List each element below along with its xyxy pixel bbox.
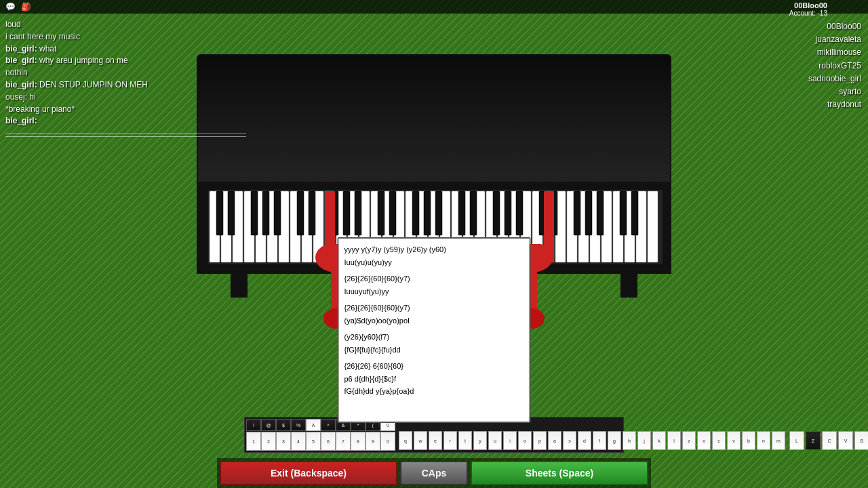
account-info: 00Bloo00 Account: -13 [789, 1, 827, 17]
svg-rect-43 [262, 191, 269, 235]
key-c[interactable]: c [712, 431, 726, 450]
key-b[interactable]: b [742, 431, 755, 450]
bottom-buttons: Exit (Backspace) CAps Sheets (Space) [217, 458, 651, 488]
account-username: 00Bloo00 [789, 1, 827, 9]
sheet-line-4: Iuuuyuf(yu)yy [344, 286, 524, 298]
player-7: traydonut [808, 98, 861, 111]
svg-rect-63 [585, 191, 592, 235]
key-u[interactable]: u [488, 431, 502, 450]
caps-button[interactable]: CAps [400, 461, 468, 485]
key-wrapper-7: & 7 [336, 419, 351, 451]
middle-key-rows: q w e r t y u i o p a s d f g h j k l z [398, 430, 786, 451]
svg-rect-56 [470, 191, 477, 235]
sheet-line-7: (y26){y60}(f7) [344, 331, 524, 343]
svg-rect-45 [297, 191, 304, 235]
key-x[interactable]: x [697, 431, 711, 450]
key-t[interactable]: t [458, 431, 472, 450]
black-key-1[interactable]: ! [246, 419, 261, 431]
player-2: juanzavaleta [808, 33, 861, 46]
key-a[interactable]: a [548, 431, 561, 450]
key-row-qp: q w e r t y u i o p a s d f g h j k l z [398, 430, 786, 451]
sheet-line-6: (ya)$d(yo)oo(yo)poI [344, 315, 524, 327]
chat-input-line-1 [5, 134, 246, 134]
player-6: syarto [808, 85, 861, 98]
white-key-6[interactable]: 6 [321, 432, 336, 451]
key-p[interactable]: p [533, 431, 547, 450]
white-key-5[interactable]: 5 [306, 432, 321, 451]
white-key-9[interactable]: 9 [366, 432, 380, 451]
sheets-button[interactable]: Sheets (Space) [471, 461, 648, 485]
key-wrapper-5: A 5 [306, 419, 321, 451]
black-key-3[interactable]: $ [276, 419, 291, 431]
chat-icon: 💬 [5, 2, 16, 12]
key-B[interactable]: B [854, 431, 868, 450]
key-z[interactable]: z [682, 431, 696, 450]
chat-input-line-2 [5, 136, 246, 137]
piano-leg-right [620, 274, 637, 298]
key-y[interactable]: y [473, 431, 487, 450]
sheet-panel: yyyy y(y7)y (y59)y (y26)y (y60) Iuu(yu)u… [338, 237, 531, 423]
chat-msg-1: loud [5, 19, 239, 30]
exit-button[interactable]: Exit (Backspace) [220, 461, 397, 485]
key-k[interactable]: k [652, 431, 666, 450]
key-wrapper-4: % 4 [291, 419, 306, 451]
key-q[interactable]: q [399, 431, 412, 450]
key-j[interactable]: j [637, 431, 651, 450]
svg-rect-39 [648, 191, 658, 262]
key-m[interactable]: m [772, 431, 785, 450]
white-key-1[interactable]: 1 [246, 432, 261, 451]
sheet-line-5: {26}{26}{60}{60}(y7) [344, 302, 524, 314]
key-d[interactable]: d [578, 431, 591, 450]
svg-rect-52 [412, 191, 419, 235]
key-V[interactable]: V [838, 431, 853, 450]
key-wrapper-8: * 8 [351, 419, 366, 451]
svg-rect-46 [309, 191, 315, 235]
white-key-8[interactable]: 8 [351, 432, 366, 451]
white-key-4[interactable]: 4 [291, 432, 306, 451]
black-key-2[interactable]: @ [261, 419, 276, 431]
key-L[interactable]: L [789, 431, 804, 450]
svg-rect-50 [378, 191, 384, 235]
key-w[interactable]: w [414, 431, 427, 450]
top-bar: 💬 🎒 [0, 0, 868, 14]
key-l[interactable]: l [667, 431, 681, 450]
key-wrapper-2: @ 2 [261, 419, 276, 451]
key-g[interactable]: g [608, 431, 621, 450]
key-e[interactable]: e [429, 431, 442, 450]
left-key-cluster: ! 1 @ 2 $ 3 % 4 A 5 ^ 6 [246, 419, 395, 451]
white-key-3[interactable]: 3 [276, 432, 291, 451]
key-h[interactable]: h [623, 431, 636, 450]
svg-rect-53 [424, 191, 431, 235]
sheet-line-2: Iuu(yu)u(yu)yy [344, 257, 524, 268]
key-o[interactable]: o [518, 431, 532, 450]
account-stat: Account: -13 [789, 9, 827, 17]
key-n[interactable]: n [757, 431, 770, 450]
svg-rect-62 [574, 191, 580, 235]
piano-lid [197, 54, 671, 183]
svg-rect-41 [228, 191, 235, 235]
svg-rect-59 [516, 191, 523, 235]
svg-rect-54 [435, 191, 442, 235]
chat-msg-2: i cant here my music [5, 31, 239, 43]
player-list: 00Bloo00 juanzavaleta mikillimouse roblo… [808, 20, 861, 111]
white-key-7[interactable]: 7 [336, 432, 351, 451]
svg-rect-58 [505, 191, 511, 235]
white-key-0[interactable]: 0 [380, 432, 395, 451]
white-key-2[interactable]: 2 [261, 432, 276, 451]
svg-rect-66 [631, 191, 638, 235]
top-key-A[interactable]: A [306, 419, 321, 431]
key-Z[interactable]: Z [806, 431, 821, 450]
sheet-line-9: {26}{26} 6{60}{60} [344, 361, 524, 372]
key-i[interactable]: i [503, 431, 517, 450]
black-key-6[interactable]: ^ [321, 419, 336, 431]
key-C[interactable]: C [822, 431, 837, 450]
svg-rect-44 [274, 191, 281, 235]
key-v[interactable]: v [727, 431, 741, 450]
sheet-line-11: fG{dh}dd y{ya}p{oa}d [344, 386, 524, 397]
key-f[interactable]: f [593, 431, 606, 450]
black-key-4[interactable]: % [291, 419, 306, 431]
chat-msg-6: bie_girl: DEN STUP JUMPIN ON MEH [5, 79, 239, 91]
key-r[interactable]: r [443, 431, 457, 450]
chat-msg-8: *breaking ur piano* [5, 104, 239, 115]
key-s[interactable]: s [563, 431, 576, 450]
